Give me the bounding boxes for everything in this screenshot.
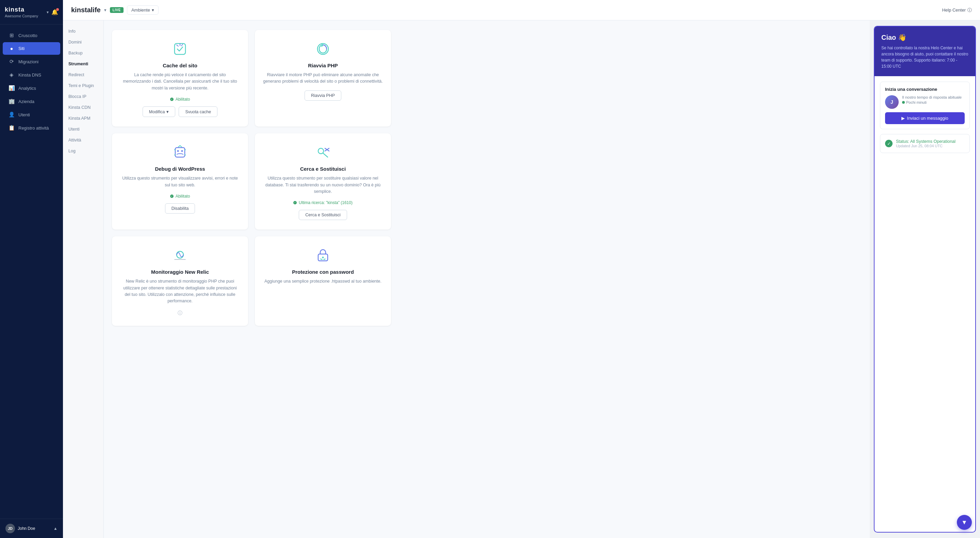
status-label[interactable]: Status: All Systems Operational [896, 139, 956, 144]
help-center-label: Help Center [942, 8, 966, 13]
sidebar-item-kinsta-dns[interactable]: ◈ Kinsta DNS [3, 68, 60, 81]
float-chat-button[interactable]: ▼ [957, 515, 972, 530]
php-restart-icon [315, 41, 331, 57]
sub-nav-temi-plugin[interactable]: Temi e Plugin [63, 80, 103, 91]
riavvia-php-button[interactable]: Riavvia PHP [305, 90, 341, 101]
user-info[interactable]: JD John Doe [5, 524, 35, 533]
send-message-label: Inviaci un messaggio [907, 116, 948, 121]
new-relic-desc: New Relic è uno strumento di monitoraggi… [120, 278, 240, 305]
site-title: kinstalife [71, 6, 101, 14]
search-replace-icon [315, 144, 331, 160]
debug-desc: Utilizza questo strumento per visualizza… [120, 175, 240, 189]
sidebar-nav: ⊞ Cruscotto ● Siti ⟳ Migrazioni ◈ Kinsta… [0, 24, 63, 519]
password-desc: Aggiunge una semplice protezione .htpass… [264, 278, 382, 285]
help-center-button[interactable]: Help Center ⓘ [942, 7, 972, 13]
debug-status-label: Abilitato [176, 194, 190, 198]
sidebar-item-label: Registro attività [18, 125, 49, 130]
sidebar-item-label: Migrazioni [18, 59, 38, 64]
cerca-title: Cerca e Sostituisci [300, 166, 346, 172]
notifications-button[interactable]: 🔔 [51, 9, 58, 15]
sidebar-item-label: Analytics [18, 86, 36, 91]
dns-icon: ◈ [8, 72, 15, 78]
sub-nav-kinsta-apm[interactable]: Kinsta APM [63, 113, 103, 124]
company-name: Awesome Company [5, 14, 38, 18]
php-title: Riavvia PHP [308, 63, 338, 68]
ambiente-button[interactable]: Ambiente ▾ [127, 5, 159, 14]
cerca-desc: Utilizza questo strumento per sostituire… [263, 175, 383, 195]
send-message-button[interactable]: ▶ Inviaci un messaggio [885, 112, 965, 124]
password-icon-wrap [313, 246, 332, 265]
company-chevron-icon[interactable]: ▾ [47, 10, 49, 14]
notification-dot [56, 8, 59, 11]
chat-conversation-title: Inizia una conversazione [885, 87, 965, 92]
migrations-icon: ⟳ [8, 59, 15, 65]
chat-description: Se hai controllato la nostra Helo Center… [881, 45, 969, 69]
sub-nav-info[interactable]: Info [63, 26, 103, 37]
cache-status-label: Abilitato [176, 97, 190, 102]
sidebar-item-siti[interactable]: ● Siti [3, 42, 60, 55]
cerca-actions: Cerca e Sostituisci [299, 210, 347, 220]
search-replace-icon-wrap [313, 143, 332, 162]
sidebar-item-cruscotto[interactable]: ⊞ Cruscotto [3, 29, 60, 42]
site-dropdown-icon[interactable]: ▾ [104, 8, 107, 13]
debug-icon-wrap [170, 143, 189, 162]
sidebar-item-utenti[interactable]: 👤 Utenti [3, 108, 60, 121]
php-icon-wrap [313, 40, 332, 59]
topbar: kinstalife ▾ LIVE Ambiente ▾ Help Center… [63, 0, 980, 21]
sidebar-item-label: Azienda [18, 99, 34, 104]
sub-nav-utenti[interactable]: Utenti [63, 124, 103, 135]
cerca-sostituisci-button[interactable]: Cerca e Sostituisci [299, 210, 347, 220]
php-actions: Riavvia PHP [305, 90, 341, 101]
cache-status-dot [170, 98, 173, 101]
cache-desc: La cache rende più veloce il caricamento… [120, 72, 240, 92]
chat-greeting: Ciao 👋 [881, 33, 969, 41]
user-menu-chevron-icon[interactable]: ▲ [53, 526, 57, 531]
home-icon: ⊞ [8, 32, 15, 38]
tool-card-password: Protezione con password Aggiunge una sem… [255, 236, 391, 326]
cache-icon [172, 41, 188, 57]
sub-nav-blocca-ip[interactable]: Blocca IP [63, 91, 103, 102]
cache-icon-wrap [170, 40, 189, 59]
svg-point-4 [181, 150, 183, 152]
logo-kinsta: kinsta [5, 6, 38, 13]
sidebar-item-label: Kinsta DNS [18, 73, 41, 78]
help-icon: ⓘ [967, 7, 972, 13]
avatar-initials: JD [8, 527, 13, 530]
svg-point-3 [177, 150, 179, 152]
new-relic-info-icon: ⓘ [178, 310, 182, 316]
sub-nav-kinsta-cdn[interactable]: Kinsta CDN [63, 102, 103, 113]
page-content: Cache del sito La cache rende più veloce… [104, 21, 870, 538]
sub-nav-backup[interactable]: Backup [63, 48, 103, 59]
status-info: Status: All Systems Operational Updated … [896, 139, 956, 148]
debug-status: Abilitato [170, 194, 190, 198]
float-chat-icon: ▼ [961, 519, 967, 526]
agent-info: Il nostro tempo di risposta abituale Poc… [902, 95, 965, 105]
activity-icon: 📋 [8, 125, 15, 131]
sidebar-header-icons: ▾ 🔔 [47, 9, 58, 15]
chat-status-box: ✓ Status: All Systems Operational Update… [880, 134, 970, 153]
sidebar-item-registro[interactable]: 📋 Registro attività [3, 121, 60, 134]
sidebar-item-analytics[interactable]: 📊 Analytics [3, 82, 60, 95]
debug-icon [172, 144, 188, 160]
chat-agent: J Il nostro tempo di risposta abituale P… [885, 95, 965, 109]
tool-card-new-relic: Monitoraggio New Relic New Relic è uno s… [112, 236, 248, 326]
sub-nav-log[interactable]: Log [63, 146, 103, 156]
sidebar-item-migrazioni[interactable]: ⟳ Migrazioni [3, 55, 60, 68]
modifica-button[interactable]: Modifica ▾ [143, 106, 176, 117]
debug-actions: Disabilita [165, 203, 195, 214]
main-wrap: kinstalife ▾ LIVE Ambiente ▾ Help Center… [63, 0, 980, 538]
cerca-status: Ultima ricerca: "kinsta" (1610) [293, 200, 353, 205]
sub-nav-attivita[interactable]: Attività [63, 135, 103, 146]
sub-nav-redirect[interactable]: Redirect [63, 69, 103, 80]
sub-nav-strumenti[interactable]: Strumenti [63, 59, 103, 69]
ambiente-chevron-icon: ▾ [152, 8, 154, 13]
tool-card-cache: Cache del sito La cache rende più veloce… [112, 30, 248, 127]
sub-nav-domini[interactable]: Domini [63, 37, 103, 48]
svuota-cache-button[interactable]: Svuota cache [179, 106, 218, 117]
disabilita-button[interactable]: Disabilita [165, 203, 195, 214]
users-icon: 👤 [8, 111, 15, 117]
monitor-icon [172, 247, 188, 263]
modifica-arrow-icon: ▾ [166, 109, 169, 114]
sidebar-item-azienda[interactable]: 🏢 Azienda [3, 95, 60, 108]
chat-panel: Ciao 👋 Se hai controllato la nostra Helo… [874, 26, 976, 533]
